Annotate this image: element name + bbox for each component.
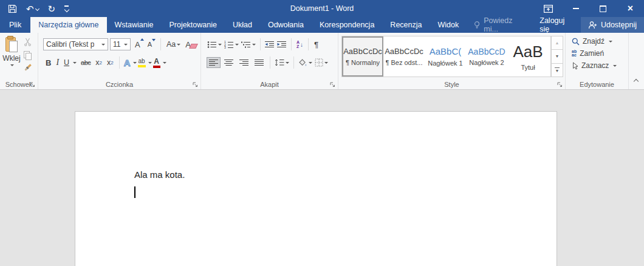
maximize-button[interactable]	[589, 0, 617, 17]
text-effects-dropdown-icon[interactable]	[133, 62, 137, 64]
change-case-button[interactable]: Aa	[166, 40, 180, 49]
close-button[interactable]: ×	[617, 0, 644, 17]
text-effects-button[interactable]: A	[124, 58, 131, 68]
clipboard-dialog-launcher[interactable]	[30, 82, 35, 87]
font-color-dropdown-icon[interactable]	[163, 62, 166, 64]
align-center-button[interactable]	[222, 57, 236, 68]
sign-in-button[interactable]: Zaloguj się	[532, 17, 581, 33]
superscript-button[interactable]: x2	[107, 58, 114, 67]
multilevel-list-button[interactable]	[241, 41, 256, 49]
tab-references[interactable]: Odwołania	[260, 17, 312, 33]
style-normal[interactable]: AaBbCcDc ¶ Normalny	[342, 36, 383, 77]
ribbon-display-options-button[interactable]	[535, 0, 562, 17]
paste-button[interactable]: Wklej	[2, 36, 21, 78]
tab-home[interactable]: Narzędzia główne	[30, 17, 106, 33]
font-color-bar	[153, 66, 160, 68]
share-person-icon	[588, 21, 597, 29]
paragraph-dialog-launcher[interactable]	[330, 82, 335, 87]
minimize-button[interactable]	[562, 0, 589, 17]
styles-dialog-launcher[interactable]	[557, 82, 563, 87]
tab-design[interactable]: Projektowanie	[161, 17, 225, 33]
font-dialog-launcher[interactable]	[193, 82, 198, 87]
tab-view[interactable]: Widok	[430, 17, 467, 33]
decrease-indent-icon	[265, 41, 275, 48]
share-button[interactable]: Udostępnij	[581, 17, 644, 33]
underline-dropdown-icon[interactable]	[73, 62, 77, 64]
select-button[interactable]: Zaznacz	[572, 61, 617, 70]
copy-button[interactable]	[24, 51, 31, 59]
window-controls: ×	[535, 0, 644, 17]
share-label: Udostępnij	[601, 21, 637, 29]
style-heading2[interactable]: AaBbCcD Nagłówek 2	[466, 36, 507, 77]
sort-z-label: Z	[296, 44, 300, 49]
bullets-button[interactable]	[207, 41, 222, 49]
shading-bucket-icon	[298, 59, 307, 67]
font-size-combo[interactable]: 11	[110, 38, 131, 50]
align-left-button[interactable]	[207, 57, 221, 68]
show-hide-marks-button[interactable]: ¶	[314, 40, 318, 49]
style-heading1[interactable]: AaBbC( Nagłówek 1	[425, 36, 466, 77]
highlight-dropdown-icon[interactable]	[148, 62, 152, 64]
tell-me-box[interactable]: Powiedz mi...	[467, 17, 532, 33]
customize-quick-access-button[interactable]	[64, 5, 69, 12]
find-button[interactable]: Znajdź	[572, 37, 617, 46]
save-icon	[8, 4, 17, 13]
grow-font-button[interactable]: A	[135, 40, 144, 49]
sort-button[interactable]: AZ ↓	[296, 40, 303, 49]
line-spacing-button[interactable]	[275, 59, 289, 66]
style-title[interactable]: AaB Tytuł	[507, 36, 549, 77]
style-name: Nagłówek 1	[428, 60, 462, 67]
text-highlight-button[interactable]: ab	[138, 58, 146, 67]
italic-button[interactable]: I	[56, 58, 59, 67]
format-painter-icon	[23, 64, 32, 72]
styles-gallery-more-button[interactable]: ▼	[551, 63, 563, 77]
tab-insert[interactable]: Wstawianie	[107, 17, 162, 33]
undo-dropdown-icon[interactable]	[35, 6, 39, 10]
styles-scroll-up-button[interactable]: ▲	[551, 36, 563, 50]
undo-button[interactable]: ↶	[26, 4, 39, 13]
font-name-combo[interactable]: Calibri (Tekst p	[43, 38, 108, 50]
dialog-launcher-icon	[193, 82, 198, 87]
group-label-editing: Edytowanie	[566, 81, 628, 88]
save-button[interactable]	[8, 4, 17, 13]
numbering-button[interactable]: 123	[224, 41, 239, 49]
align-left-icon	[209, 59, 218, 66]
collapse-ribbon-button[interactable]	[634, 75, 638, 86]
bold-button[interactable]: B	[46, 58, 51, 67]
change-case-dropdown-icon	[177, 44, 180, 46]
redo-button[interactable]: ↻	[48, 4, 56, 13]
document-page[interactable]: Ala ma kota.	[75, 111, 557, 266]
format-painter-button[interactable]	[23, 64, 32, 72]
cut-button[interactable]	[24, 38, 32, 46]
lightbulb-icon	[474, 21, 480, 30]
justify-button[interactable]	[252, 57, 266, 68]
font-color-button[interactable]: A	[153, 58, 160, 68]
subscript-button[interactable]: x2	[95, 58, 102, 67]
shading-button[interactable]	[298, 59, 312, 67]
tell-me-label: Powiedz mi...	[484, 16, 525, 33]
multilevel-list-icon	[241, 41, 251, 49]
replace-button[interactable]: ab ac Zamień	[572, 49, 617, 58]
style-preview: AaBbCcDc	[343, 47, 382, 56]
shading-dropdown-icon	[309, 62, 312, 64]
tab-mailings[interactable]: Korespondencja	[312, 17, 382, 33]
replace-icon: ab ac	[572, 50, 577, 57]
shrink-font-button[interactable]: A	[148, 41, 156, 48]
strikethrough-button[interactable]: abc	[81, 59, 91, 66]
paste-dropdown-icon[interactable]	[10, 64, 14, 66]
underline-button[interactable]: U	[64, 58, 69, 67]
style-no-spacing[interactable]: AaBbCcDc ¶ Bez odst...	[383, 36, 425, 77]
align-right-button[interactable]	[237, 57, 251, 68]
borders-button[interactable]	[315, 58, 328, 67]
tab-review[interactable]: Recenzja	[382, 17, 430, 33]
clear-formatting-button[interactable]: A	[185, 40, 197, 49]
decrease-indent-button[interactable]	[265, 41, 275, 48]
styles-scroll-down-button[interactable]: ▼	[551, 49, 563, 63]
tab-file[interactable]: Plik	[0, 17, 30, 33]
more-bar-icon	[555, 67, 560, 68]
close-icon: ×	[628, 4, 633, 13]
tab-layout[interactable]: Układ	[225, 17, 260, 33]
increase-indent-button[interactable]	[277, 41, 287, 48]
dialog-launcher-icon	[330, 82, 335, 87]
style-name: Tytuł	[521, 64, 535, 71]
